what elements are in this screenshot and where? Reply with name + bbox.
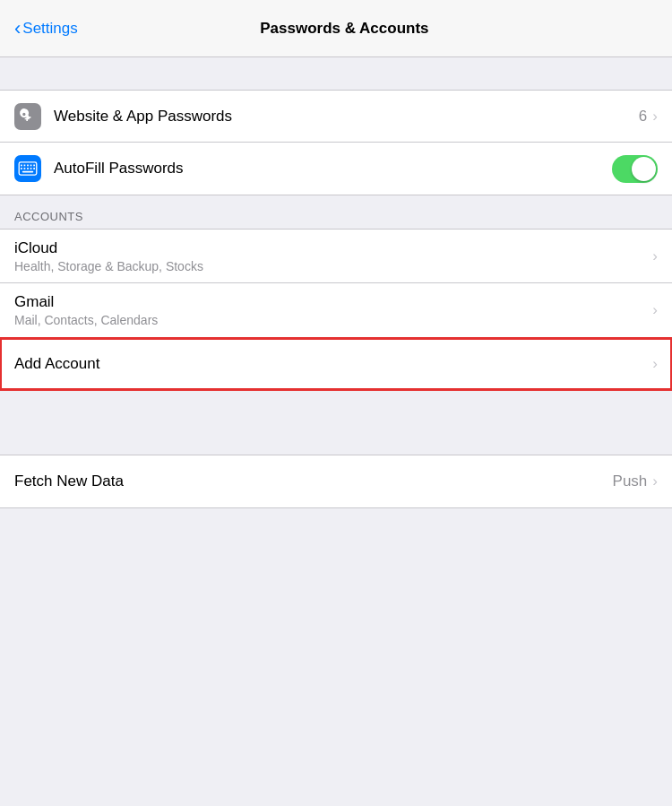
fetch-new-data-row[interactable]: Fetch New Data Push › bbox=[0, 455, 672, 507]
gmail-chevron-icon: › bbox=[652, 301, 658, 319]
autofill-passwords-label: AutoFill Passwords bbox=[54, 160, 612, 178]
website-app-passwords-label: Website & App Passwords bbox=[54, 108, 639, 126]
gmail-account-subtitle: Mail, Contacts, Calendars bbox=[14, 313, 652, 327]
autofill-passwords-row: AutoFill Passwords bbox=[0, 143, 672, 195]
autofill-toggle[interactable] bbox=[612, 155, 658, 183]
icloud-account-subtitle: Health, Storage & Backup, Stocks bbox=[14, 259, 652, 273]
accounts-group: iCloud Health, Storage & Backup, Stocks … bbox=[0, 229, 672, 338]
icloud-account-text: iCloud Health, Storage & Backup, Stocks bbox=[14, 239, 652, 273]
svg-rect-8 bbox=[27, 168, 29, 169]
key-icon-container bbox=[14, 103, 41, 130]
fetch-new-data-value: Push bbox=[613, 472, 648, 490]
svg-rect-2 bbox=[24, 165, 26, 167]
back-button[interactable]: ‹ Settings bbox=[14, 17, 78, 40]
page-title: Passwords & Accounts bbox=[85, 20, 604, 38]
svg-rect-7 bbox=[24, 168, 26, 169]
add-account-label: Add Account bbox=[14, 355, 652, 373]
svg-rect-5 bbox=[33, 165, 35, 167]
accounts-section-label: ACCOUNTS bbox=[0, 195, 672, 229]
svg-rect-4 bbox=[30, 165, 32, 167]
header: ‹ Settings Passwords & Accounts bbox=[0, 0, 672, 57]
top-spacer bbox=[0, 57, 672, 90]
add-account-chevron-icon: › bbox=[652, 355, 658, 373]
gmail-account-row[interactable]: Gmail Mail, Contacts, Calendars › bbox=[0, 283, 672, 337]
icloud-chevron-icon: › bbox=[652, 247, 658, 265]
svg-rect-10 bbox=[33, 168, 35, 169]
svg-rect-6 bbox=[21, 168, 22, 169]
passwords-group: Website & App Passwords 6 › AutoFill Pas… bbox=[0, 90, 672, 195]
keyboard-icon-container bbox=[14, 155, 41, 182]
add-account-row[interactable]: Add Account › bbox=[0, 338, 672, 390]
icloud-account-row[interactable]: iCloud Health, Storage & Backup, Stocks … bbox=[0, 230, 672, 283]
gmail-account-name: Gmail bbox=[14, 293, 652, 311]
website-app-passwords-row[interactable]: Website & App Passwords 6 › bbox=[0, 91, 672, 143]
bottom-spacer bbox=[0, 390, 672, 422]
svg-rect-9 bbox=[30, 168, 32, 169]
svg-rect-1 bbox=[21, 165, 22, 167]
keyboard-icon bbox=[18, 161, 38, 176]
fetch-new-data-group: Fetch New Data Push › bbox=[0, 455, 672, 508]
fetch-new-data-chevron-icon: › bbox=[652, 472, 658, 490]
svg-rect-11 bbox=[22, 171, 33, 173]
back-chevron-icon: ‹ bbox=[14, 17, 21, 40]
icloud-account-name: iCloud bbox=[14, 239, 652, 257]
website-app-passwords-chevron-icon: › bbox=[652, 108, 658, 126]
fetch-new-data-label: Fetch New Data bbox=[14, 472, 613, 490]
gmail-account-text: Gmail Mail, Contacts, Calendars bbox=[14, 293, 652, 327]
website-app-passwords-value: 6 bbox=[639, 108, 647, 126]
back-label: Settings bbox=[22, 20, 77, 38]
toggle-knob bbox=[632, 157, 656, 181]
key-icon bbox=[19, 108, 37, 126]
svg-rect-3 bbox=[27, 165, 29, 167]
